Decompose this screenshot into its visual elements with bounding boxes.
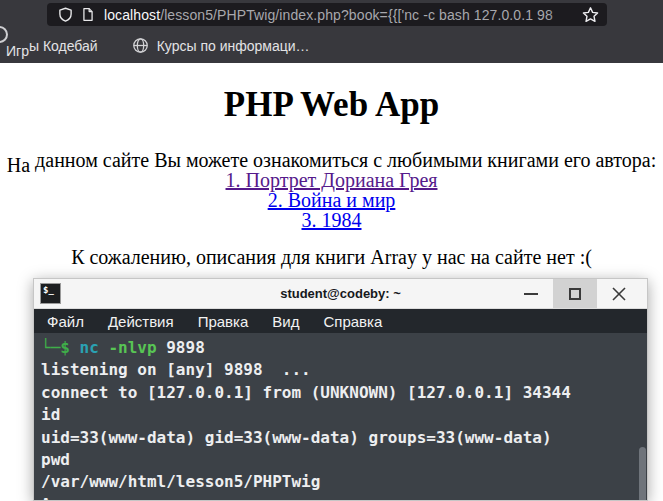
terminal-prompt-line: └─$ nc -nlvp 9898	[41, 337, 647, 359]
bookmark-label-part2: ы Кодебай	[29, 38, 98, 54]
terminal-menubar: Файл Действия Правка Вид Справка	[34, 309, 647, 333]
close-button[interactable]	[597, 279, 641, 308]
bookmark-item-courses[interactable]: Курсы по информаци…	[132, 37, 310, 54]
screen: localhost/lesson5/PHPTwig/index.php?book…	[0, 0, 663, 501]
terminal-output-line: pwd	[41, 449, 647, 471]
intro-text: На данном сайте Вы можете ознакомиться с…	[0, 150, 663, 170]
menu-help[interactable]: Справка	[323, 313, 382, 330]
bookmark-item-kodeby[interactable]: Игры Кодебай	[6, 38, 98, 54]
terminal-output[interactable]: └─$ nc -nlvp 9898 listening on [any] 989…	[34, 333, 647, 500]
terminal-app-icon: $_	[40, 283, 61, 304]
url-path: /lesson5/PHPTwig/index.php?book={{['nc -…	[160, 7, 553, 23]
shield-icon[interactable]	[58, 6, 73, 23]
command-flags: -nlvp	[108, 338, 166, 357]
maximize-icon	[569, 288, 581, 300]
book-link-3[interactable]: 3. 1984	[302, 209, 362, 231]
bookmark-label: Курсы по информаци…	[157, 38, 310, 54]
book-link-1[interactable]: 1. Портрет Дориана Грея	[226, 169, 438, 191]
not-found-message: К сожалению, описания для книги Array у …	[0, 247, 663, 267]
command-nc: nc	[80, 338, 109, 357]
menu-view[interactable]: Вид	[272, 313, 299, 330]
terminal-scrollbar[interactable]	[639, 447, 646, 500]
minimize-button[interactable]	[509, 279, 553, 308]
command-port: 9898	[166, 338, 205, 357]
web-page: PHP Web App На данном сайте Вы можете оз…	[0, 63, 663, 267]
terminal-titlebar[interactable]: $_ student@codeby: ~	[34, 279, 647, 309]
window-controls	[509, 279, 647, 308]
terminal-output-line: id	[41, 404, 647, 426]
maximize-button[interactable]	[553, 279, 597, 308]
page-icon[interactable]	[81, 6, 95, 23]
intro-rest: данном сайте Вы можете ознакомиться с лю…	[30, 149, 656, 171]
terminal-output-line: Ac	[41, 494, 647, 500]
book-link-line: 2. Война и мир	[0, 190, 663, 210]
menu-file[interactable]: Файл	[47, 313, 84, 330]
browser-toolbar: localhost/lesson5/PHPTwig/index.php?book…	[0, 0, 663, 63]
terminal-output-line: /var/www/html/lesson5/PHPTwig	[41, 471, 647, 493]
menu-edit[interactable]: Правка	[198, 313, 249, 330]
address-bar[interactable]: localhost/lesson5/PHPTwig/index.php?book…	[47, 3, 607, 26]
book-link-line: 3. 1984	[0, 210, 663, 230]
page-title: PHP Web App	[0, 85, 663, 125]
star-icon	[582, 6, 599, 23]
bookmark-label-part1: Игр	[6, 43, 29, 59]
book-link-2[interactable]: 2. Война и мир	[268, 189, 396, 211]
terminal-output-line: listening on [any] 9898 ...	[41, 359, 647, 381]
terminal-output-line: uid=33(www-data) gid=33(www-data) groups…	[41, 427, 647, 449]
terminal-window: $_ student@codeby: ~ Файл Действия Правк…	[33, 278, 648, 501]
close-icon	[612, 287, 626, 301]
minimize-icon	[524, 293, 538, 295]
bookmark-star-button[interactable]	[582, 6, 599, 23]
url-fade	[548, 7, 576, 23]
menu-actions[interactable]: Действия	[108, 313, 174, 330]
prompt-symbol: └─$	[41, 338, 80, 357]
bookmarks-bar: Игры Кодебай Курсы по информаци…	[0, 28, 663, 63]
intro-first-word: На	[7, 154, 30, 176]
terminal-output-line: connect to [127.0.0.1] from (UNKNOWN) [1…	[41, 382, 647, 404]
url-domain: localhost	[104, 7, 160, 23]
url-text[interactable]: localhost/lesson5/PHPTwig/index.php?book…	[104, 7, 576, 23]
book-link-line: 1. Портрет Дориана Грея	[0, 170, 663, 190]
globe-icon	[132, 37, 149, 54]
